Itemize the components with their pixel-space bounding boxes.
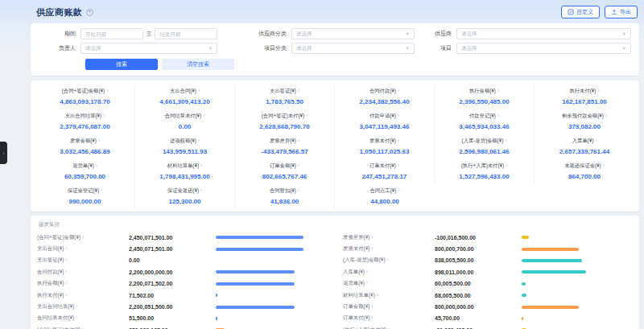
stat-card[interactable]: 订单金额(¥)›802,665,767.46: [235, 158, 335, 183]
project-select[interactable]: 请选择 ▼: [456, 43, 631, 54]
search-button[interactable]: 搜索: [85, 59, 158, 70]
stat-card[interactable]: 进项税额(¥)›143,959,511.93: [135, 134, 235, 158]
customize-button[interactable]: 自定义: [561, 6, 600, 19]
metric-value: 800,000,000.00: [435, 304, 522, 310]
chevron-right-icon: ›: [497, 113, 499, 118]
metric-label: 订单未付(¥) ›: [343, 315, 435, 322]
metric-row[interactable]: 执行金额(¥) ›2,200,071,502.00: [37, 278, 327, 290]
stat-card[interactable]: 发票差异(¥)›-433,479,566.57: [235, 134, 335, 158]
stat-value: 2,396,550,485.00: [436, 98, 532, 105]
stat-label: 合同暂扣(¥)›: [237, 187, 332, 195]
chevron-right-icon: ›: [101, 187, 102, 193]
stat-card[interactable]: 执行未付(¥)›162,167,851.00: [535, 84, 634, 109]
metric-row[interactable]: 订单金额(¥) ›800,000,000.00: [343, 301, 633, 312]
filter-panel: 期间 至 供应商分类 请选择 ▼ 供应商 请选择 ▼: [31, 23, 639, 76]
stat-card[interactable]: 保证金返还(¥)›125,300.00: [135, 183, 235, 208]
metric-row[interactable]: (合同+签证)金额(¥) ›2,450,071,501.00: [37, 232, 327, 243]
period-label: 期间: [39, 30, 80, 38]
stat-card[interactable]: 未返还保证金(¥)›864,700.00: [535, 158, 634, 183]
metric-row[interactable]: (入库-退货)金额(¥) ›838,005,500.00: [343, 255, 633, 266]
metric-row[interactable]: 支出合同(¥) ›2,450,071,501.00: [37, 243, 327, 254]
metric-row[interactable]: 发票未付(¥) ›800,000,700.00: [343, 243, 633, 254]
owner-placeholder: 请选择: [85, 45, 101, 52]
stat-card[interactable]: 发票金额(¥)›3,032,456,486.89: [35, 134, 135, 158]
metric-label: 发票未付(¥) ›: [343, 245, 435, 253]
stat-label: 执行金额(¥)›: [436, 88, 532, 95]
project-category-select[interactable]: 请选择 ▼: [291, 43, 415, 54]
stat-card[interactable]: (合同+签证)金额(¥)›4,863,093,178.70: [35, 84, 135, 109]
metric-row[interactable]: 执行未付(¥) ›71,502.00: [37, 290, 327, 301]
end-date-input[interactable]: [155, 28, 217, 39]
stat-label: 材料结算单(¥)›: [137, 162, 233, 170]
metric-row[interactable]: (执行+入库)未付(¥) ›-61,939,498.00: [343, 324, 633, 329]
stat-card[interactable]: 支出合同结算(¥)›2,379,476,087.00: [35, 109, 135, 134]
metric-row[interactable]: 入库单(¥) ›898,011,000.00: [343, 266, 633, 278]
metric-label: 退货单(¥) ›: [343, 280, 435, 287]
metric-label: 材料结算单(¥) ›: [343, 292, 435, 299]
stat-card[interactable]: 合同暂扣(¥)›41,836.00: [235, 183, 335, 208]
supplier-category-label: 供应商分类: [250, 30, 291, 38]
stat-card[interactable]: (合同+签证)未付(¥)›2,628,668,790.70: [235, 109, 335, 134]
metric-bar: [522, 317, 633, 320]
help-icon[interactable]: ?: [86, 9, 93, 16]
project-category-placeholder: 请选择: [296, 45, 312, 52]
supplier-category-select[interactable]: 请选择 ▼: [291, 28, 415, 39]
stat-card[interactable]: 保证金登记(¥)›990,000.00: [35, 183, 135, 208]
stat-card[interactable]: 合同结算未付(¥)›0.00: [135, 109, 235, 134]
metric-row[interactable]: 合同结算未付(¥) ›51,500.00: [37, 313, 327, 324]
metric-row[interactable]: 支出签证(¥) ›0.00: [37, 255, 327, 266]
stat-card[interactable]: 入库单(¥)›2,657,339,761.44: [535, 134, 634, 158]
stat-card[interactable]: 合同点工(¥)›44,800.00: [335, 183, 435, 208]
metric-value: 71,502.00: [129, 293, 216, 298]
stat-card[interactable]: (入库-退货)金额(¥)›2,596,980,061.46: [435, 134, 535, 158]
stat-card[interactable]: 付款申请(¥)›3,047,119,493.46: [335, 109, 435, 134]
owner-select[interactable]: 请选择 ▼: [80, 43, 217, 54]
chevron-down-icon: ▼: [208, 46, 213, 51]
metric-row[interactable]: 发票差异(¥) ›-100,016,500.00: [343, 232, 633, 243]
stat-label: (合同+签证)未付(¥)›: [237, 113, 332, 120]
supplier-select[interactable]: 请选择 ▼: [456, 28, 631, 39]
stat-value: 44,800.00: [336, 198, 433, 205]
stat-card[interactable]: 支出签证(¥)›1,783,765.50: [235, 84, 335, 109]
stat-card[interactable]: 材料结算单(¥)›1,798,431,995.00: [135, 158, 235, 183]
stat-card[interactable]: 执行金额(¥)›2,396,550,485.00: [435, 84, 535, 109]
metric-row[interactable]: (合同+签证)未付(¥) ›250,030,167.00: [37, 324, 327, 329]
chevron-right-icon: ›: [203, 113, 204, 118]
metric-bar: [216, 294, 327, 297]
metric-value: 68,005,500.00: [435, 293, 522, 298]
export-button[interactable]: 导出: [605, 6, 638, 19]
metric-row[interactable]: 退货单(¥) ›60,005,500.00: [343, 278, 633, 290]
stat-value: -433,479,566.57: [237, 148, 332, 155]
chevron-right-icon: ›: [76, 303, 77, 309]
stat-label: 退货单(¥)›: [37, 162, 133, 170]
chevron-down-icon: ▼: [406, 46, 410, 51]
metric-label: 支出合同(¥) ›: [37, 245, 129, 253]
stat-card[interactable]: 退货单(¥)›60,359,700.00: [35, 158, 135, 183]
clear-search-button[interactable]: 清空搜索: [162, 59, 234, 70]
metric-row[interactable]: 材料结算单(¥) ›68,005,500.00: [343, 290, 633, 301]
stat-label: 合同结算未付(¥)›: [137, 113, 233, 120]
stat-card[interactable]: 支出合同(¥)›4,661,309,413.20: [135, 84, 235, 109]
metric-row[interactable]: 订单未付(¥) ›45,700.00: [343, 313, 633, 324]
metric-bar: [216, 259, 327, 262]
chevron-right-icon: ›: [65, 292, 67, 298]
stat-card[interactable]: 发票未付(¥)›1,050,117,025.63: [335, 134, 435, 158]
stat-label: 付款申请(¥)›: [336, 113, 432, 120]
stat-label: 合同付款(¥)›: [336, 88, 432, 95]
start-date-input[interactable]: [80, 28, 143, 39]
stat-card[interactable]: (执行+入库)未付(¥)›1,527,596,433.00: [435, 158, 535, 183]
chevron-right-icon: ›: [200, 187, 202, 193]
metric-value: 2,200,051,500.00: [129, 304, 216, 310]
stat-card[interactable]: 剩余预付款金额(¥)›373,082.00: [535, 109, 634, 134]
supplier-accounts-page: 供应商账款 ? 自定义 导出 期间 至: [0, 0, 644, 329]
stat-card[interactable]: 付款登记(¥)›3,465,934,033.46: [435, 109, 535, 134]
metric-row[interactable]: 支出合同结算(¥) ›2,200,051,500.00: [37, 301, 327, 312]
stat-card[interactable]: 合同付款(¥)›2,234,382,556.40: [335, 84, 435, 109]
metric-label: 入库单(¥) ›: [343, 269, 435, 276]
stat-card[interactable]: 订单未付(¥)›247,451,278.17: [335, 158, 435, 183]
metric-row[interactable]: 合同付款(¥) ›2,200,000,000.00: [37, 266, 327, 278]
export-label: 导出: [620, 8, 631, 16]
chevron-right-icon: ›: [597, 88, 599, 93]
stat-value: 1,050,117,025.63: [336, 148, 432, 155]
metric-label: (合同+签证)金额(¥) ›: [37, 234, 129, 241]
